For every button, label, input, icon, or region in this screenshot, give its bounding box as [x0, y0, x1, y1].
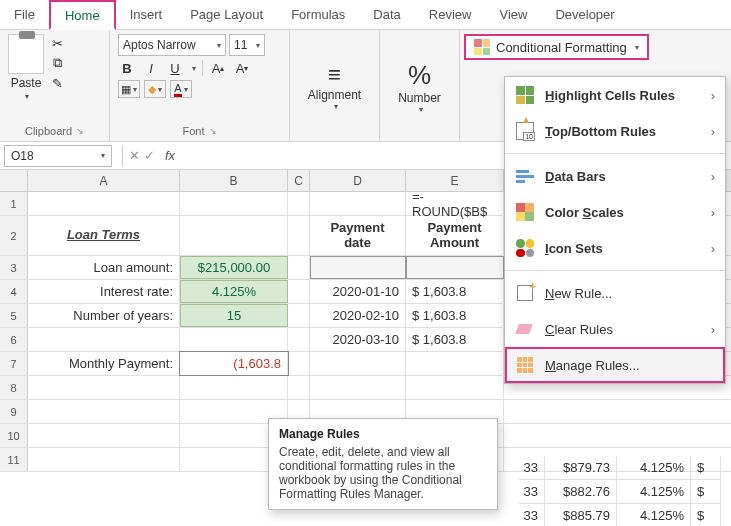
- row-header[interactable]: 10: [0, 424, 28, 447]
- cell[interactable]: [406, 256, 504, 279]
- row-header[interactable]: 5: [0, 304, 28, 327]
- cell[interactable]: $: [691, 480, 721, 504]
- cell[interactable]: 2020-02-10: [310, 304, 406, 327]
- cell-loan-amount[interactable]: $215,000.00: [180, 256, 288, 279]
- name-box[interactable]: O18 ▾: [4, 145, 112, 167]
- cell-monthly-payment[interactable]: (1,603.8: [180, 352, 288, 375]
- menu-data-bars[interactable]: Data Bars ›: [505, 158, 725, 194]
- cell[interactable]: $: [691, 456, 721, 480]
- tab-view[interactable]: View: [485, 0, 541, 29]
- cut-icon[interactable]: ✂: [48, 34, 66, 52]
- cell[interactable]: [28, 376, 180, 399]
- cell[interactable]: [288, 328, 310, 351]
- select-all-triangle[interactable]: [0, 170, 28, 191]
- cell[interactable]: [310, 256, 406, 279]
- cell[interactable]: $ 1,603.8: [406, 304, 504, 327]
- row-header[interactable]: 4: [0, 280, 28, 303]
- cell[interactable]: 4.125%: [617, 456, 691, 480]
- menu-clear-rules[interactable]: Clear Rules ›: [505, 311, 725, 347]
- cell[interactable]: [310, 192, 406, 215]
- tab-developer[interactable]: Developer: [541, 0, 628, 29]
- menu-new-rule[interactable]: New Rule...: [505, 275, 725, 311]
- grow-font-icon[interactable]: A▴: [209, 59, 227, 77]
- chevron-down-icon[interactable]: ▾: [419, 105, 423, 114]
- menu-top-bottom-rules[interactable]: Top/Bottom Rules ›: [505, 113, 725, 149]
- col-header-d[interactable]: D: [310, 170, 406, 191]
- row-header[interactable]: 6: [0, 328, 28, 351]
- tab-page-layout[interactable]: Page Layout: [176, 0, 277, 29]
- cell[interactable]: $882.76: [545, 480, 617, 504]
- cell-label-loan-amount[interactable]: Loan amount:: [28, 256, 180, 279]
- cell[interactable]: 33: [519, 456, 545, 480]
- chevron-down-icon[interactable]: ▾: [192, 64, 196, 73]
- cell[interactable]: 2020-03-10: [310, 328, 406, 351]
- cell[interactable]: [28, 448, 180, 471]
- fill-color-button[interactable]: ◆▾: [144, 80, 166, 98]
- cell[interactable]: $ 1,603.8: [406, 280, 504, 303]
- row-header[interactable]: 3: [0, 256, 28, 279]
- cell[interactable]: [180, 216, 288, 255]
- cell-loan-terms-title[interactable]: Loan Terms: [28, 216, 180, 255]
- row-header[interactable]: 2: [0, 216, 28, 255]
- dialog-launcher-icon[interactable]: ↘: [76, 126, 84, 136]
- cell-label-interest[interactable]: Interest rate:: [28, 280, 180, 303]
- cell[interactable]: =-ROUND($B$: [406, 192, 504, 215]
- dialog-launcher-icon[interactable]: ↘: [209, 126, 217, 136]
- format-painter-icon[interactable]: ✎: [48, 74, 66, 92]
- conditional-formatting-button[interactable]: Conditional Formatting ▾: [464, 34, 649, 60]
- col-header-c[interactable]: C: [288, 170, 310, 191]
- tab-home[interactable]: Home: [49, 0, 116, 30]
- font-color-button[interactable]: A▾: [170, 80, 192, 98]
- copy-icon[interactable]: ⧉: [48, 54, 66, 72]
- font-size-select[interactable]: 11▾: [229, 34, 265, 56]
- cell[interactable]: [310, 376, 406, 399]
- cell[interactable]: [28, 424, 180, 447]
- cell-interest-rate[interactable]: 4.125%: [180, 280, 288, 303]
- cell[interactable]: [406, 352, 504, 375]
- bold-button[interactable]: B: [118, 59, 136, 77]
- cell-header-payment-date[interactable]: Payment date: [310, 216, 406, 255]
- cell[interactable]: $ 1,603.8: [406, 328, 504, 351]
- cell[interactable]: 33: [519, 480, 545, 504]
- menu-manage-rules[interactable]: Manage Rules...: [505, 347, 725, 383]
- cell[interactable]: 2020-01-10: [310, 280, 406, 303]
- cell[interactable]: [288, 216, 310, 255]
- cell[interactable]: $: [691, 504, 721, 526]
- font-name-select[interactable]: Aptos Narrow▾: [118, 34, 226, 56]
- cell[interactable]: [180, 192, 288, 215]
- tab-review[interactable]: Review: [415, 0, 486, 29]
- chevron-down-icon[interactable]: ▾: [25, 92, 29, 101]
- alignment-icon[interactable]: ≡: [328, 62, 341, 88]
- row-header[interactable]: 7: [0, 352, 28, 375]
- cell[interactable]: [288, 192, 310, 215]
- paste-button[interactable]: Paste ▾: [8, 34, 44, 101]
- row-header[interactable]: 11: [0, 448, 28, 471]
- cancel-formula-icon[interactable]: ✕: [129, 148, 140, 163]
- cell[interactable]: 4.125%: [617, 480, 691, 504]
- tab-formulas[interactable]: Formulas: [277, 0, 359, 29]
- tab-data[interactable]: Data: [359, 0, 414, 29]
- cell[interactable]: $879.73: [545, 456, 617, 480]
- row-header[interactable]: 9: [0, 400, 28, 423]
- cell-label-monthly[interactable]: Monthly Payment:: [28, 352, 180, 375]
- menu-color-scales[interactable]: Color Scales ›: [505, 194, 725, 230]
- cell-label-years[interactable]: Number of years:: [28, 304, 180, 327]
- cell[interactable]: [28, 400, 180, 423]
- col-header-a[interactable]: A: [28, 170, 180, 191]
- cell[interactable]: [288, 352, 310, 375]
- cell[interactable]: 33: [519, 504, 545, 526]
- col-header-b[interactable]: B: [180, 170, 288, 191]
- fx-icon[interactable]: fx: [165, 148, 175, 163]
- enter-formula-icon[interactable]: ✓: [144, 148, 155, 163]
- tab-file[interactable]: File: [0, 0, 49, 29]
- cell[interactable]: 4.125%: [617, 504, 691, 526]
- chevron-down-icon[interactable]: ▾: [334, 102, 338, 111]
- cell[interactable]: [406, 376, 504, 399]
- cell[interactable]: [180, 328, 288, 351]
- tab-insert[interactable]: Insert: [116, 0, 177, 29]
- menu-icon-sets[interactable]: Icon Sets ›: [505, 230, 725, 266]
- cell[interactable]: [28, 328, 180, 351]
- cell[interactable]: [28, 192, 180, 215]
- cell[interactable]: [310, 352, 406, 375]
- cell[interactable]: [288, 304, 310, 327]
